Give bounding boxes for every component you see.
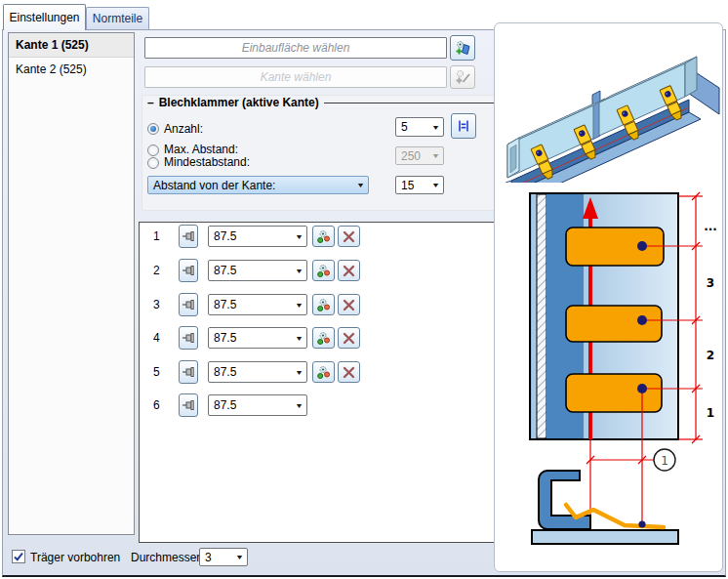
pick-point-icon bbox=[316, 298, 331, 312]
abstand-kante-label: Abstand von der Kante: bbox=[153, 179, 275, 192]
position-value-combo[interactable]: 87.5 ▼ bbox=[208, 394, 307, 416]
position-value: 87.5 bbox=[214, 398, 236, 412]
pin-position-button[interactable] bbox=[179, 326, 198, 350]
pick-point-button[interactable] bbox=[312, 361, 335, 383]
edge-list-item-kante1[interactable]: Kante 1 (525) bbox=[9, 33, 134, 58]
position-value-combo[interactable]: 87.5 ▼ bbox=[208, 226, 307, 247]
delete-position-button[interactable] bbox=[338, 260, 360, 281]
row-index-label: 1 bbox=[153, 229, 167, 243]
balloon-label: 1 bbox=[661, 454, 668, 468]
max-abstand-radio[interactable] bbox=[147, 145, 159, 156]
tab-normteile[interactable]: Normteile bbox=[86, 7, 149, 29]
mindestabstand-label: Mindestabstand: bbox=[164, 155, 250, 169]
base-plate bbox=[532, 530, 678, 544]
pin-position-button[interactable] bbox=[179, 225, 198, 248]
position-value: 87.5 bbox=[214, 365, 236, 379]
pin-position-button[interactable] bbox=[179, 360, 198, 384]
pin-icon bbox=[182, 298, 195, 311]
row-index-label: 5 bbox=[153, 365, 167, 379]
add-edge-icon bbox=[455, 69, 471, 86]
abstand-kante-value-combo[interactable]: 15 ▼ bbox=[395, 176, 444, 194]
surface-select-input[interactable] bbox=[144, 37, 447, 59]
delete-position-button[interactable] bbox=[338, 294, 360, 315]
row-index-label: 6 bbox=[153, 398, 167, 412]
dropdown-arrow-icon: ▼ bbox=[431, 124, 440, 131]
delete-position-button[interactable] bbox=[338, 226, 360, 247]
position-value-combo[interactable]: 87.5 ▼ bbox=[208, 327, 307, 349]
dropdown-arrow-icon: ▼ bbox=[295, 369, 303, 376]
abstand-kante-value: 15 bbox=[401, 179, 414, 192]
pick-point-button[interactable] bbox=[312, 294, 335, 315]
blechklammer-settings-dialog: Einstellungen Normteile Kante 1 (525) Ka… bbox=[0, 0, 728, 579]
position-value: 87.5 bbox=[214, 298, 236, 311]
placement-diagram: ... 3 2 1 1 bbox=[499, 186, 725, 570]
dropdown-arrow-icon: ▼ bbox=[295, 335, 303, 342]
c-profile-section bbox=[539, 471, 590, 529]
anzahl-value: 5 bbox=[401, 120, 408, 134]
balloon-1: 1 bbox=[654, 449, 675, 471]
dropdown-arrow-icon: ▼ bbox=[295, 402, 303, 409]
equal-spacing-button[interactable] bbox=[451, 113, 476, 139]
delete-position-button[interactable] bbox=[338, 361, 360, 383]
row-index-label: 2 bbox=[153, 264, 167, 277]
anzahl-combo[interactable]: 5 ▼ bbox=[395, 117, 444, 137]
anzahl-label: Anzahl: bbox=[164, 122, 203, 136]
mindestabstand-radio[interactable] bbox=[147, 157, 159, 169]
dropdown-arrow-icon: ▼ bbox=[431, 152, 440, 159]
pick-point-icon bbox=[316, 264, 331, 278]
abstand-kante-combo[interactable]: Abstand von der Kante: ▼ bbox=[147, 176, 369, 194]
pin-position-button[interactable] bbox=[179, 393, 198, 417]
row-index-label: 3 bbox=[153, 298, 167, 311]
tab-einstellungen[interactable]: Einstellungen bbox=[3, 4, 86, 30]
max-abstand-combo[interactable]: 250 ▼ bbox=[395, 146, 444, 165]
delete-x-icon bbox=[342, 365, 356, 380]
dim-label-ellipsis: ... bbox=[704, 220, 717, 233]
edge-select-input[interactable] bbox=[144, 66, 447, 88]
position-value: 87.5 bbox=[214, 331, 236, 345]
delete-position-button[interactable] bbox=[338, 327, 360, 349]
delete-x-icon bbox=[342, 229, 356, 244]
pin-position-button[interactable] bbox=[179, 259, 198, 282]
pin-icon bbox=[182, 398, 195, 412]
dropdown-arrow-icon: ▼ bbox=[235, 554, 244, 560]
edge-list-item-kante2[interactable]: Kante 2 (525) bbox=[9, 58, 134, 82]
dropdown-arrow-icon: ▼ bbox=[295, 233, 303, 240]
pin-icon bbox=[182, 331, 195, 345]
dropdown-arrow-icon: ▼ bbox=[295, 268, 303, 274]
dim-label-3: 3 bbox=[707, 276, 714, 290]
traeger-vorbohren-checkbox[interactable] bbox=[12, 550, 25, 563]
group-title-text: Blechklammer (aktive Kante) bbox=[159, 96, 319, 109]
row-index-label: 4 bbox=[153, 331, 167, 345]
position-value-combo[interactable]: 87.5 ▼ bbox=[208, 361, 307, 383]
max-abstand-value: 250 bbox=[401, 149, 421, 163]
pick-point-button[interactable] bbox=[312, 226, 335, 247]
blechklammer-group-title: – Blechklammer (aktive Kante) bbox=[147, 96, 494, 109]
max-abstand-label: Max. Abstand: bbox=[164, 143, 238, 156]
select-edge-button[interactable] bbox=[450, 65, 475, 89]
pick-point-button[interactable] bbox=[312, 327, 335, 349]
delete-x-icon bbox=[342, 264, 356, 278]
dropdown-arrow-icon: ▼ bbox=[295, 302, 303, 309]
durchmesser-combo[interactable]: 3 ▼ bbox=[199, 548, 248, 566]
pick-point-button[interactable] bbox=[312, 260, 335, 281]
delete-x-icon bbox=[342, 331, 356, 346]
position-value-combo[interactable]: 87.5 ▼ bbox=[208, 294, 307, 315]
select-surface-button[interactable] bbox=[450, 35, 475, 61]
delete-x-icon bbox=[342, 298, 356, 312]
group-title-rule bbox=[324, 103, 494, 103]
pick-point-icon bbox=[316, 229, 331, 244]
dim-label-2: 2 bbox=[707, 349, 714, 362]
dim-label-1: 1 bbox=[707, 406, 714, 420]
anzahl-radio[interactable] bbox=[147, 123, 159, 135]
collapse-indicator-icon[interactable]: – bbox=[147, 96, 154, 109]
position-value: 87.5 bbox=[214, 264, 236, 277]
durchmesser-label: Durchmesser: bbox=[131, 551, 204, 564]
pin-icon bbox=[182, 229, 195, 243]
preview-3d-image bbox=[498, 26, 722, 183]
traeger-vorbohren-label: Träger vorbohren bbox=[30, 551, 120, 564]
equal-spacing-icon bbox=[456, 118, 471, 134]
pin-icon bbox=[182, 264, 195, 277]
position-value-combo[interactable]: 87.5 ▼ bbox=[208, 260, 307, 281]
pin-position-button[interactable] bbox=[179, 293, 198, 316]
add-surface-icon bbox=[455, 40, 471, 57]
